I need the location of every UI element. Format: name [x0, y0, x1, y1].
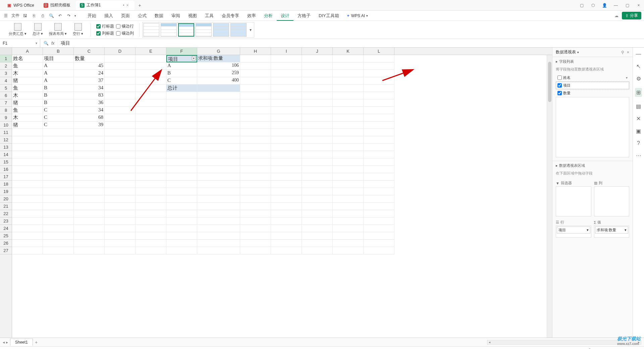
- cell[interactable]: [12, 144, 43, 151]
- cell[interactable]: [166, 181, 197, 188]
- cell[interactable]: [240, 225, 271, 232]
- cell[interactable]: [136, 195, 166, 203]
- tab-member[interactable]: 会员专享: [218, 11, 243, 21]
- cell[interactable]: [74, 247, 105, 254]
- cell[interactable]: 木: [12, 114, 43, 121]
- cell[interactable]: 木: [12, 70, 43, 77]
- col-header[interactable]: K: [333, 48, 364, 55]
- cell[interactable]: [105, 121, 136, 129]
- tab-view[interactable]: 视图: [184, 11, 201, 21]
- cell[interactable]: [364, 195, 394, 203]
- cell[interactable]: [105, 232, 136, 240]
- cell[interactable]: [364, 247, 394, 254]
- cell[interactable]: [43, 173, 74, 181]
- cell[interactable]: [197, 121, 240, 129]
- cell[interactable]: [166, 247, 197, 254]
- col-header[interactable]: G: [197, 48, 240, 55]
- column-area[interactable]: ▥列: [594, 180, 630, 216]
- tab-design[interactable]: 设计: [277, 11, 293, 21]
- cell[interactable]: [74, 173, 105, 181]
- cell[interactable]: [302, 121, 333, 129]
- cell[interactable]: [271, 210, 302, 217]
- cell[interactable]: [333, 121, 364, 129]
- col-header[interactable]: A: [12, 48, 43, 55]
- cell[interactable]: [271, 55, 302, 62]
- cell[interactable]: [136, 70, 166, 77]
- cell[interactable]: [197, 232, 240, 240]
- cell[interactable]: [333, 129, 364, 136]
- col-header[interactable]: L: [364, 48, 394, 55]
- cell[interactable]: [333, 210, 364, 217]
- row-header-checkbox[interactable]: 行标题: [96, 23, 114, 29]
- cell[interactable]: [136, 217, 166, 225]
- tab-workbook[interactable]: S 工作簿1 • ×: [76, 1, 135, 10]
- cell[interactable]: [136, 166, 166, 173]
- cell[interactable]: [197, 107, 240, 114]
- cell[interactable]: [302, 136, 333, 144]
- cell[interactable]: [302, 240, 333, 247]
- cell[interactable]: [333, 70, 364, 77]
- cube-icon[interactable]: ⬡: [590, 3, 596, 8]
- cell[interactable]: 45: [74, 62, 105, 70]
- cell[interactable]: [302, 107, 333, 114]
- cell[interactable]: [333, 181, 364, 188]
- cell[interactable]: [197, 99, 240, 107]
- cell[interactable]: [166, 136, 197, 144]
- col-header[interactable]: F: [166, 48, 197, 55]
- cell[interactable]: [43, 195, 74, 203]
- subtotal-button[interactable]: 分类汇总 ▾: [7, 22, 29, 37]
- col-header[interactable]: B: [43, 48, 74, 55]
- minimize-button[interactable]: —: [613, 3, 619, 8]
- cell[interactable]: C: [43, 107, 74, 114]
- cell[interactable]: [240, 129, 271, 136]
- cell[interactable]: [197, 225, 240, 232]
- cell[interactable]: [105, 217, 136, 225]
- row-header[interactable]: 1: [0, 55, 12, 62]
- avatar-icon[interactable]: 👤: [602, 3, 607, 8]
- cell[interactable]: [105, 92, 136, 99]
- cell[interactable]: [364, 92, 394, 99]
- maximize-button[interactable]: ▢: [625, 3, 630, 8]
- cell[interactable]: [105, 188, 136, 195]
- row-header[interactable]: 7: [0, 99, 12, 107]
- cell[interactable]: [166, 240, 197, 247]
- cell[interactable]: [302, 151, 333, 158]
- field-name[interactable]: 姓名▾: [556, 74, 629, 82]
- tab-review[interactable]: 审阅: [167, 11, 184, 21]
- cell[interactable]: [12, 247, 43, 254]
- cell[interactable]: [364, 203, 394, 210]
- cell[interactable]: [74, 136, 105, 144]
- cell[interactable]: 鱼: [12, 107, 43, 114]
- cell[interactable]: [333, 151, 364, 158]
- cell[interactable]: [271, 121, 302, 129]
- cell[interactable]: [166, 203, 197, 210]
- more-icon[interactable]: ⋯: [636, 152, 641, 159]
- row-header[interactable]: 9: [0, 114, 12, 121]
- cell[interactable]: [302, 225, 333, 232]
- cell[interactable]: [105, 70, 136, 77]
- cell[interactable]: [197, 247, 240, 254]
- cell[interactable]: B: [43, 92, 74, 99]
- blank-rows-button[interactable]: 空行 ▾: [71, 22, 85, 37]
- cell[interactable]: [364, 70, 394, 77]
- redo-icon[interactable]: ↷: [66, 13, 72, 19]
- row-header[interactable]: 5: [0, 85, 12, 92]
- cell[interactable]: [43, 217, 74, 225]
- cell[interactable]: [271, 158, 302, 166]
- areas-header[interactable]: ▸ 数据透视表区域: [552, 161, 633, 170]
- pivot-style-gallery[interactable]: ▾: [142, 22, 254, 38]
- tab-tools[interactable]: 工具: [201, 11, 218, 21]
- cell[interactable]: [271, 70, 302, 77]
- cell[interactable]: [271, 232, 302, 240]
- cell[interactable]: A: [43, 77, 74, 85]
- cell[interactable]: [105, 225, 136, 232]
- save-icon[interactable]: 🖫: [22, 13, 28, 19]
- cell[interactable]: [364, 129, 394, 136]
- field-icon[interactable]: ▤: [636, 103, 641, 109]
- cell[interactable]: [74, 166, 105, 173]
- cell[interactable]: [105, 210, 136, 217]
- cell[interactable]: [364, 158, 394, 166]
- grandtotal-button[interactable]: 总计 ▾: [31, 22, 45, 37]
- cell[interactable]: [302, 129, 333, 136]
- row-header[interactable]: 10: [0, 121, 12, 129]
